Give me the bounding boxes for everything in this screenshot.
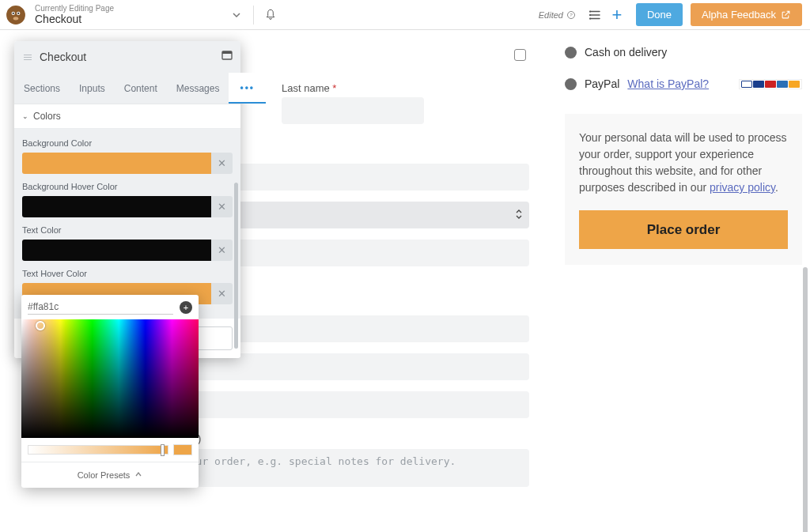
last-name-input[interactable] [282, 97, 424, 124]
ship-different-checkbox[interactable] [514, 49, 526, 61]
clear-text-color-button[interactable]: ✕ [211, 240, 233, 261]
color-picker: + Color Presets [21, 295, 199, 488]
clear-text-hover-color-button[interactable]: ✕ [211, 283, 233, 304]
app-logo [5, 4, 27, 26]
select-chevron-icon [515, 209, 523, 221]
privacy-notice: Your personal data will be used to proce… [565, 114, 802, 265]
payment-option-paypal[interactable]: PayPal What is PayPal? [565, 77, 802, 90]
svg-point-9 [589, 13, 591, 15]
panel-title: Checkout [40, 51, 86, 63]
card-logos [739, 79, 802, 89]
panel-tabs: Sections Inputs Content Messages ••• [14, 73, 240, 104]
radio-icon [565, 78, 577, 90]
edited-status: Edited ? [539, 10, 576, 20]
current-color-swatch [173, 444, 192, 455]
svg-point-8 [589, 10, 591, 12]
text-color-swatch[interactable] [22, 240, 211, 261]
page-scrollbar[interactable] [803, 267, 808, 532]
add-button[interactable]: + [606, 4, 628, 26]
add-preset-button[interactable]: + [180, 301, 192, 314]
color-presets-toggle[interactable]: Color Presets [21, 462, 199, 488]
panel-scrollbar[interactable] [234, 183, 238, 349]
privacy-policy-link[interactable]: privacy policy [710, 181, 775, 194]
svg-point-3 [13, 12, 14, 13]
svg-rect-12 [222, 51, 232, 54]
page-dropdown-button[interactable] [225, 0, 248, 30]
chevron-down-icon: ⌄ [22, 112, 28, 120]
clear-background-hover-color-button[interactable]: ✕ [211, 196, 233, 217]
svg-point-5 [13, 17, 19, 20]
background-hover-color-swatch[interactable] [22, 196, 211, 217]
tab-messages[interactable]: Messages [167, 73, 229, 104]
color-spectrum[interactable] [21, 319, 199, 438]
done-button[interactable]: Done [636, 3, 683, 26]
what-is-paypal-link[interactable]: What is PayPal? [627, 77, 709, 90]
svg-text:?: ? [570, 13, 573, 17]
panel-header[interactable]: Checkout [14, 41, 240, 73]
prop-label-bg: Background Color [22, 138, 233, 148]
page-title-block: Currently Editing Page Checkout [32, 4, 114, 26]
radio-icon [565, 47, 577, 58]
svg-point-4 [17, 12, 19, 13]
place-order-button[interactable]: Place order [579, 210, 788, 249]
divider [253, 6, 254, 25]
alpha-slider[interactable] [28, 445, 168, 455]
tab-more[interactable]: ••• [229, 73, 266, 104]
hex-input[interactable] [28, 300, 173, 315]
chevron-up-icon [134, 470, 142, 480]
window-icon[interactable] [221, 50, 233, 63]
help-icon[interactable]: ? [566, 10, 576, 20]
notifications-button[interactable] [259, 0, 282, 30]
svg-point-10 [589, 17, 591, 19]
tab-sections[interactable]: Sections [14, 73, 70, 104]
page-subtitle: Currently Editing Page [35, 4, 114, 13]
prop-label-text: Text Color [22, 225, 233, 235]
prop-label-text-hover: Text Hover Color [22, 269, 233, 278]
colors-section-header[interactable]: ⌄ Colors [14, 104, 240, 129]
prop-label-bg-hover: Background Hover Color [22, 182, 233, 191]
clear-background-color-button[interactable]: ✕ [211, 153, 233, 174]
payment-option-cod[interactable]: Cash on delivery [565, 46, 802, 58]
alpha-feedback-button[interactable]: Alpha Feedback [691, 3, 802, 26]
background-color-swatch[interactable] [22, 153, 211, 174]
tab-content[interactable]: Content [115, 73, 167, 104]
page-title: Checkout [35, 13, 114, 25]
spectrum-marker[interactable] [36, 321, 45, 330]
svg-point-0 [6, 6, 25, 25]
tab-inputs[interactable]: Inputs [70, 73, 115, 104]
drag-handle-icon[interactable] [24, 55, 32, 60]
outline-button[interactable] [584, 4, 606, 26]
external-link-icon [781, 9, 791, 20]
alpha-handle[interactable] [161, 444, 165, 456]
